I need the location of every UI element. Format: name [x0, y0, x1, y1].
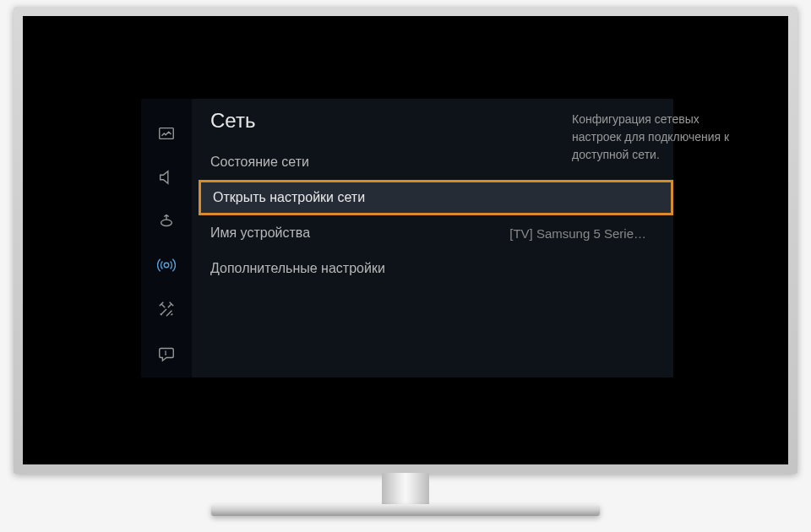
description-text: Конфигурация сетевых настроек для подклю… [572, 112, 729, 161]
network-icon[interactable] [155, 254, 177, 276]
description-panel: Конфигурация сетевых настроек для подклю… [563, 99, 741, 176]
menu-item-label: Состояние сети [210, 155, 309, 170]
menu-item-label: Дополнительные настройки [210, 261, 385, 276]
menu-item-label: Открыть настройки сети [213, 190, 365, 205]
menu-item-device-name[interactable]: Имя устройства [TV] Samsung 5 Serie… [210, 215, 673, 251]
support-icon[interactable] [155, 342, 177, 364]
tools-icon[interactable] [155, 298, 177, 320]
menu-item-value: [TV] Samsung 5 Serie… [509, 226, 646, 241]
svg-point-2 [164, 263, 169, 268]
tv-screen: Сеть Состояние сети Открыть настройки се… [23, 16, 788, 464]
sound-icon[interactable] [155, 166, 177, 188]
tv-stand-base [211, 504, 600, 516]
picture-icon[interactable] [155, 122, 177, 144]
menu-item-open-network-settings[interactable]: Открыть настройки сети [199, 180, 673, 215]
menu-item-advanced-settings[interactable]: Дополнительные настройки [210, 251, 673, 286]
tv-stand-neck [382, 473, 429, 507]
svg-point-1 [161, 220, 172, 225]
tv-frame: Сеть Состояние сети Открыть настройки се… [14, 7, 797, 474]
settings-sidebar [141, 99, 192, 377]
broadcast-icon[interactable] [155, 210, 177, 232]
menu-item-label: Имя устройства [210, 225, 310, 241]
